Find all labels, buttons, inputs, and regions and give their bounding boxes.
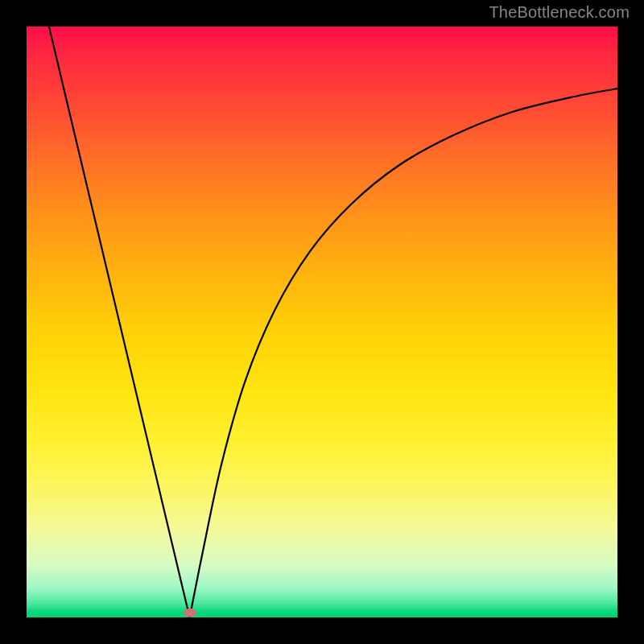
- bottleneck-curve: [49, 27, 617, 617]
- well-minimum-marker: [184, 609, 196, 617]
- plot-area: [27, 27, 617, 617]
- curve-svg: [27, 27, 617, 617]
- chart-frame: TheBottleneck.com: [0, 0, 644, 644]
- watermark-text: TheBottleneck.com: [489, 3, 630, 22]
